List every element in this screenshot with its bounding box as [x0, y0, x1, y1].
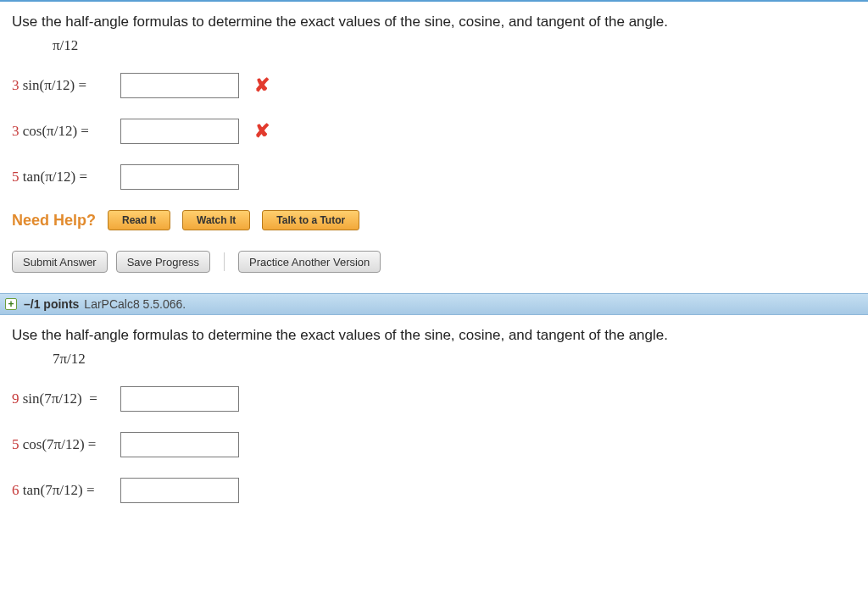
question-reference: LarPCalc8 5.5.066.	[84, 297, 186, 311]
talk-to-tutor-button[interactable]: Talk to a Tutor	[262, 210, 359, 230]
question-2: Use the half-angle formulas to determine…	[0, 315, 868, 539]
submit-answer-button[interactable]: Submit Answer	[12, 251, 108, 273]
answer-input-cos[interactable]	[120, 119, 239, 144]
question-prompt: Use the half-angle formulas to determine…	[12, 327, 856, 344]
equation-label: 6 tan(7π/12) =	[12, 482, 120, 499]
func-label: cos(π/12)	[23, 123, 77, 139]
func-label: sin(π/12)	[23, 77, 75, 93]
attempt-count: 9	[12, 390, 19, 407]
equation-label: 5 tan(π/12) =	[12, 169, 120, 185]
attempt-count: 5	[12, 436, 19, 452]
action-row: Submit Answer Save Progress Practice Ano…	[12, 251, 856, 273]
equation-row-tan: 5 tan(π/12) =	[12, 164, 856, 190]
func-label: cos(7π/12)	[23, 436, 85, 452]
equation-row-cos: 5 cos(7π/12) =	[12, 432, 856, 457]
question-prompt: Use the half-angle formulas to determine…	[12, 14, 856, 30]
func-label: tan(π/12)	[23, 169, 75, 185]
equation-label: 3 cos(π/12) =	[12, 123, 120, 140]
answer-input-tan[interactable]	[120, 478, 239, 503]
attempt-count: 3	[12, 123, 19, 139]
attempt-count: 6	[12, 482, 19, 498]
attempt-count: 5	[12, 169, 19, 185]
help-row: Need Help? Read It Watch It Talk to a Tu…	[12, 210, 856, 230]
angle-value: π/12	[53, 37, 856, 54]
func-label: sin(7π/12)	[23, 390, 82, 407]
equation-label: 5 cos(7π/12) =	[12, 436, 120, 453]
question-1: Use the half-angle formulas to determine…	[0, 2, 868, 293]
answer-input-tan[interactable]	[120, 164, 239, 190]
func-label: tan(7π/12)	[23, 482, 83, 498]
equation-row-sin: 3 sin(π/12) = ✘	[12, 73, 856, 98]
equation-row-tan: 6 tan(7π/12) =	[12, 478, 856, 503]
equation-label: 3 sin(π/12) =	[12, 77, 120, 94]
action-separator	[224, 252, 225, 271]
answer-input-sin[interactable]	[120, 73, 239, 98]
equation-row-cos: 3 cos(π/12) = ✘	[12, 119, 856, 144]
read-it-button[interactable]: Read It	[108, 210, 170, 230]
wrong-icon: ✘	[254, 120, 270, 142]
need-help-label: Need Help?	[12, 212, 96, 230]
answer-input-sin[interactable]	[120, 386, 239, 412]
attempt-count: 3	[12, 77, 19, 93]
angle-value: 7π/12	[53, 351, 856, 368]
points-label: –/1 points	[24, 297, 79, 311]
wrong-icon: ✘	[254, 75, 270, 97]
question-header-bar: + –/1 points LarPCalc8 5.5.066.	[0, 293, 868, 315]
practice-another-button[interactable]: Practice Another Version	[238, 251, 381, 273]
expand-icon[interactable]: +	[5, 298, 17, 310]
save-progress-button[interactable]: Save Progress	[116, 251, 210, 273]
answer-input-cos[interactable]	[120, 432, 239, 457]
watch-it-button[interactable]: Watch It	[182, 210, 250, 230]
equation-label: 9 sin(7π/12) =	[12, 390, 120, 407]
equation-row-sin: 9 sin(7π/12) =	[12, 386, 856, 412]
